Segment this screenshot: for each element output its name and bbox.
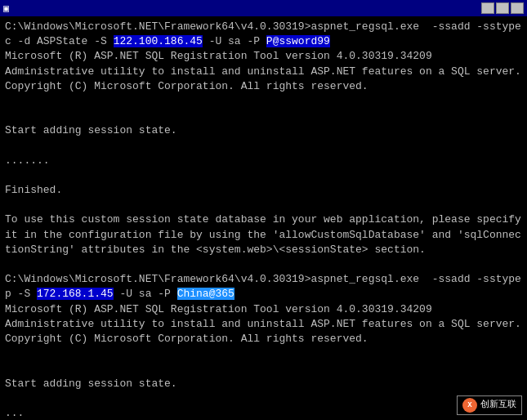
terminal-line: [5, 391, 522, 406]
terminal-line: [5, 139, 522, 154]
terminal-line: Administrative utility to install and un…: [5, 317, 522, 332]
watermark-logo: X: [462, 398, 477, 413]
watermark-text: 创新互联: [480, 399, 516, 411]
minimize-button[interactable]: [481, 2, 494, 14]
terminal-line: .......: [5, 154, 522, 168]
terminal-line: [5, 109, 522, 123]
close-button[interactable]: [511, 2, 524, 14]
terminal-line: Finished.: [5, 183, 522, 198]
terminal-line: [5, 94, 522, 109]
cmd-icon: ▣: [3, 2, 9, 15]
terminal-line: C:\Windows\Microsoft.NET\Framework64\v4.…: [5, 272, 522, 302]
terminal-line: C:\Windows\Microsoft.NET\Framework64\v4.…: [5, 20, 522, 49]
terminal-line: Microsoft (R) ASP.NET SQL Registration T…: [5, 49, 522, 64]
watermark: X创新互联: [457, 395, 522, 415]
terminal-line: Start adding session state.: [5, 377, 522, 391]
title-bar-buttons: [481, 2, 524, 14]
terminal-line: Administrative utility to install and un…: [5, 65, 522, 79]
terminal-line: [5, 168, 522, 183]
terminal-line: [5, 198, 522, 212]
terminal-line: Start adding session state.: [5, 123, 522, 138]
title-bar-left: ▣: [3, 2, 12, 15]
terminal-line: To use this custom session state databas…: [5, 212, 522, 257]
terminal-line: [5, 346, 522, 361]
terminal-line: Copyright (C) Microsoft Corporation. All…: [5, 332, 522, 346]
terminal-line: Microsoft (R) ASP.NET SQL Registration T…: [5, 302, 522, 317]
maximize-button[interactable]: [496, 2, 509, 14]
terminal-line: Copyright (C) Microsoft Corporation. All…: [5, 79, 522, 94]
title-bar: ▣: [0, 0, 527, 16]
terminal-line: ...: [5, 406, 522, 420]
terminal-line: [5, 361, 522, 376]
terminal-line: [5, 257, 522, 272]
terminal: C:\Windows\Microsoft.NET\Framework64\v4.…: [0, 16, 527, 420]
